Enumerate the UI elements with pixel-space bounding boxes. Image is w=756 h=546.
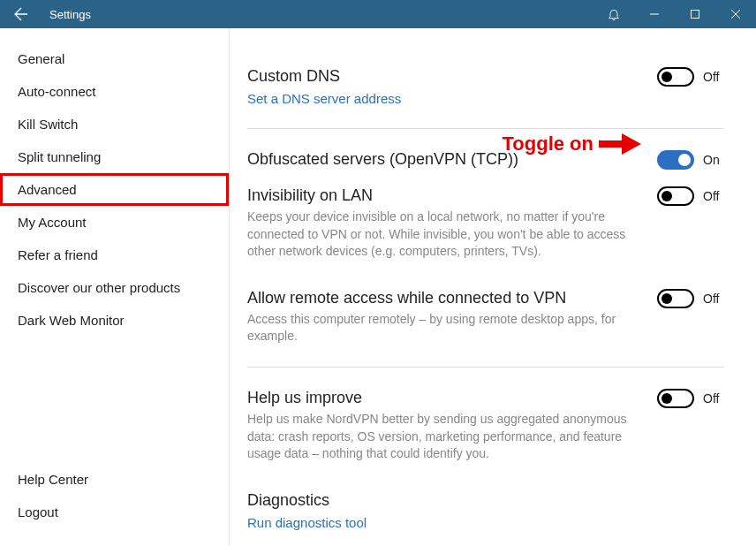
obfuscated-toggle[interactable] (657, 150, 694, 170)
sidebar-item-discover-products[interactable]: Discover our other products (0, 271, 229, 304)
invisibility-state: Off (703, 189, 724, 203)
back-button[interactable] (0, 0, 42, 28)
help-improve-state: Off (703, 391, 724, 406)
sidebar-item-auto-connect[interactable]: Auto-connect (0, 75, 229, 108)
sidebar-item-advanced[interactable]: Advanced (0, 173, 229, 206)
invisibility-heading: Invisibility on LAN (247, 186, 643, 205)
sidebar-item-split-tunneling[interactable]: Split tunneling (0, 140, 229, 173)
custom-dns-state: Off (703, 70, 724, 84)
custom-dns-link[interactable]: Set a DNS server address (247, 91, 401, 106)
sidebar-item-help-center[interactable]: Help Center (0, 463, 229, 496)
minimize-button[interactable] (634, 0, 675, 28)
notification-bell-icon[interactable] (593, 0, 634, 28)
content-area: Custom DNS Set a DNS server address Off … (230, 28, 756, 546)
close-button[interactable] (715, 0, 756, 28)
window-title: Settings (49, 8, 91, 21)
obfuscated-heading: Obfuscated servers (OpenVPN (TCP)) (247, 150, 643, 169)
sidebar-item-kill-switch[interactable]: Kill Switch (0, 108, 229, 140)
invisibility-desc: Keeps your device invisible on a local n… (247, 209, 643, 261)
remote-access-heading: Allow remote access while connected to V… (247, 289, 643, 307)
maximize-button[interactable] (675, 0, 715, 28)
help-improve-toggle[interactable] (657, 389, 694, 408)
custom-dns-toggle[interactable] (657, 67, 694, 87)
sidebar: General Auto-connect Kill Switch Split t… (0, 28, 230, 546)
divider (247, 128, 724, 129)
obfuscated-state: On (703, 153, 724, 167)
diagnostics-heading: Diagnostics (247, 491, 724, 510)
sidebar-item-my-account[interactable]: My Account (0, 206, 229, 239)
titlebar: Settings (0, 0, 756, 28)
help-improve-heading: Help us improve (247, 389, 643, 407)
sidebar-item-dark-web-monitor[interactable]: Dark Web Monitor (0, 304, 229, 337)
help-improve-desc: Help us make NordVPN better by sending u… (247, 411, 643, 463)
sidebar-item-general[interactable]: General (0, 42, 229, 75)
remote-access-state: Off (703, 292, 724, 306)
sidebar-item-refer-a-friend[interactable]: Refer a friend (0, 239, 229, 271)
svg-rect-1 (692, 11, 699, 19)
diagnostics-link[interactable]: Run diagnostics tool (247, 515, 367, 530)
remote-access-desc: Access this computer remotely – by using… (247, 311, 643, 345)
remote-access-toggle[interactable] (657, 289, 694, 308)
custom-dns-heading: Custom DNS (247, 67, 643, 86)
sidebar-item-logout[interactable]: Logout (0, 496, 229, 528)
divider (247, 367, 724, 368)
invisibility-toggle[interactable] (657, 186, 694, 206)
